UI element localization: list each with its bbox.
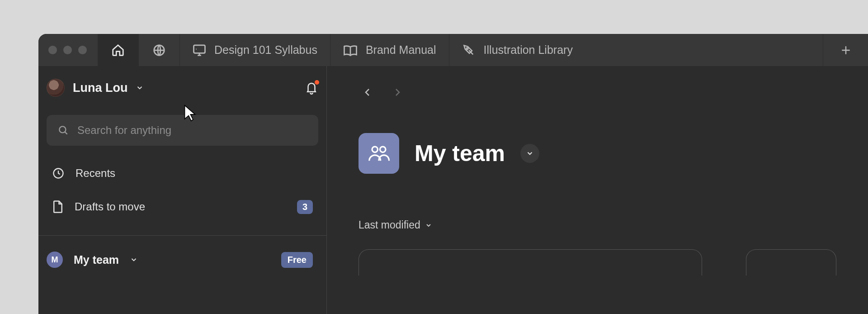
tab-label: Illustration Library (484, 43, 573, 57)
presentation-icon (193, 44, 206, 57)
svg-point-3 (466, 48, 468, 49)
sidebar-divider (38, 235, 326, 236)
team-name: My team (74, 253, 119, 266)
history-nav (359, 80, 836, 101)
svg-point-2 (196, 48, 197, 49)
chevron-down-icon (136, 84, 144, 92)
search-bar[interactable] (47, 115, 318, 146)
chevron-left-icon (362, 87, 373, 98)
maximize-window-icon[interactable] (78, 46, 87, 54)
search-input[interactable] (77, 124, 307, 137)
notification-dot-icon (315, 80, 319, 85)
tab-brand-manual[interactable]: Brand Manual (330, 34, 449, 66)
svg-point-6 (372, 147, 378, 152)
book-icon (343, 44, 358, 57)
chevron-down-icon (130, 256, 138, 264)
account-switcher[interactable]: Luna Lou (47, 79, 144, 97)
clock-icon (52, 167, 65, 180)
plan-badge: Free (281, 252, 313, 268)
titlebar: Design 101 Syllabus Brand Manual Illustr… (38, 34, 868, 66)
tab-home[interactable] (98, 34, 139, 66)
globe-icon (152, 43, 166, 57)
sidebar-item-drafts[interactable]: Drafts to move 3 (47, 191, 318, 223)
page-header: My team (359, 133, 836, 174)
sidebar: Luna Lou (38, 66, 327, 314)
main-content: My team Last modified (327, 66, 868, 314)
home-icon (111, 43, 125, 57)
tab-label: Design 101 Syllabus (214, 43, 317, 57)
sidebar-nav: Recents Drafts to move 3 (38, 153, 326, 233)
close-window-icon[interactable] (48, 46, 57, 54)
content-card[interactable] (746, 249, 836, 276)
file-icon (52, 200, 64, 214)
back-button[interactable] (359, 83, 377, 101)
tab-label: Brand Manual (366, 43, 436, 57)
user-row: Luna Lou (38, 66, 326, 101)
new-tab-button[interactable] (823, 34, 868, 66)
minimize-window-icon[interactable] (63, 46, 72, 54)
sort-dropdown[interactable]: Last modified (359, 219, 836, 231)
chevron-down-icon (526, 149, 534, 157)
team-menu-button[interactable] (520, 144, 539, 163)
team-square-icon (359, 133, 399, 174)
chevron-down-icon (425, 222, 432, 229)
plus-icon (840, 44, 852, 56)
sidebar-team-row[interactable]: M My team Free (38, 244, 326, 276)
user-name: Luna Lou (73, 81, 127, 95)
sort-label: Last modified (359, 219, 420, 231)
user-avatar (47, 79, 65, 97)
nav-label: Drafts to move (75, 200, 145, 213)
notifications-button[interactable] (305, 81, 318, 95)
forward-button[interactable] (388, 83, 406, 101)
chevron-right-icon (392, 87, 403, 98)
content-cards (359, 249, 836, 276)
nav-label: Recents (75, 167, 115, 180)
app-body: Luna Lou (38, 66, 868, 314)
svg-point-4 (59, 126, 66, 133)
search-icon (57, 124, 69, 136)
tab-illustration-library[interactable]: Illustration Library (449, 34, 823, 66)
page-title: My team (415, 140, 505, 167)
tab-community[interactable] (139, 34, 180, 66)
team-avatar: M (47, 252, 63, 268)
pen-icon (462, 44, 476, 57)
team-initial: M (52, 255, 58, 265)
drafts-count-badge: 3 (297, 200, 313, 214)
sidebar-item-recents[interactable]: Recents (47, 157, 318, 189)
window-controls (38, 34, 98, 66)
svg-rect-1 (194, 45, 205, 53)
svg-point-7 (380, 147, 386, 152)
tab-design-syllabus[interactable]: Design 101 Syllabus (180, 34, 330, 66)
app-window: Design 101 Syllabus Brand Manual Illustr… (38, 34, 868, 314)
content-card[interactable] (359, 249, 702, 276)
